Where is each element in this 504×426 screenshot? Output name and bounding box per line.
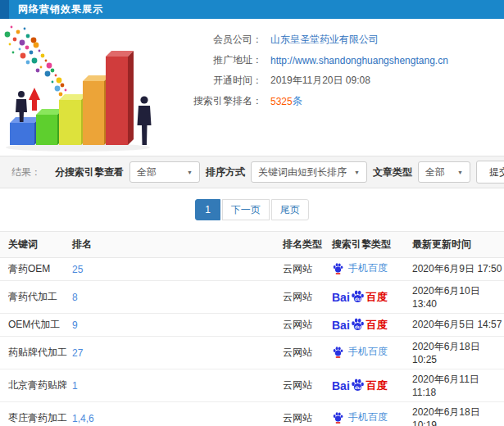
svg-text:du: du [355,296,361,301]
promo-chart-image [0,19,164,154]
promo-url-link[interactable]: http://www.shandonghuangshengtang.cn [270,55,448,66]
baidu-paw-icon: du [350,317,366,333]
chevron-down-icon: ▼ [354,170,360,175]
baidu-logo-cn: 百度 [366,378,388,393]
titlebar: 网络营销效果展示 [0,0,504,19]
engine-cell: 手机百度 [332,258,412,281]
rank-cell[interactable]: 1,4,6 [72,402,283,426]
rank-type-cell: 云网站 [283,402,332,426]
next-page-button[interactable]: 下一页 [222,199,270,220]
company-label: 会员公司： [164,33,262,47]
header-section: 会员公司： 山东皇圣堂药业有限公司 推广地址： http://www.shand… [0,19,504,154]
rank-cell[interactable]: 9 [72,314,283,337]
titlebar-accent-stripe [0,0,9,19]
baidu-logo-bai: Bai [332,319,350,332]
updated-cell: 2020年6月18日 10:25 [412,337,504,369]
sort-filter-value: 关键词由短到长排序 [258,165,347,179]
engine-filter-label: 分搜索引擎查看 [55,165,124,179]
info-row-opened: 开通时间： 2019年11月20日 09:08 [164,70,504,91]
page-1-button[interactable]: 1 [195,199,220,220]
keyword-cell: 北京膏药贴牌 [0,369,72,402]
article-type-label: 文章类型 [373,165,412,179]
engine-cell: 手机百度 [332,337,412,369]
col-header-rank: 排名 [72,232,283,258]
page-title: 网络营销效果展示 [18,2,103,16]
col-header-updated: 最新更新时间 [412,232,504,258]
engine-filter-value: 全部 [137,165,157,179]
engine-cell: Bai du 百度 [332,281,412,314]
rank-type-cell: 云网站 [283,337,332,369]
baidu-paw-icon: du [350,378,366,393]
baidu-paw-icon [332,346,344,358]
submit-button[interactable]: 提交 [476,161,504,184]
baidu-logo: Bai du 百度 [332,378,388,393]
svg-text:du: du [355,384,361,390]
engine-cell: Bai du 百度 [332,314,412,337]
keyword-cell: OEM代加工 [0,314,72,337]
table-row: 膏药OEM25云网站 手机百度2020年6月9日 17:50 [0,258,504,281]
baidu-logo-cn: 百度 [366,290,388,305]
keyword-cell: 膏药OEM [0,258,72,281]
mobile-baidu-logo: 手机百度 [332,345,388,359]
baidu-logo: Bai du 百度 [332,289,388,305]
filter-bar: 结果： 分搜索引擎查看 全部 ▼ 排序方式 关键词由短到长排序 ▼ 文章类型 全… [0,156,504,188]
engine-filter-select[interactable]: 全部 ▼ [129,161,200,183]
rank-type-cell: 云网站 [283,369,332,402]
updated-cell: 2020年6月5日 14:57 [412,314,504,337]
baidu-logo-bai: Bai [332,379,350,392]
result-label: 结果： [11,165,41,179]
table-header-row: 关键词 排名 排名类型 搜索引擎类型 最新更新时间 [0,232,504,258]
baidu-paw-icon [332,411,344,424]
chevron-down-icon: ▼ [187,170,193,175]
engine-rank-label: 搜索引擎排名： [164,94,262,108]
article-type-value: 全部 [425,165,445,179]
keyword-cell: 药贴牌代加工 [0,337,72,369]
info-row-company: 会员公司： 山东皇圣堂药业有限公司 [164,29,504,50]
svg-text:du: du [355,324,361,329]
baidu-logo-cn: 百度 [366,318,388,333]
updated-cell: 2020年6月10日 13:40 [412,281,504,314]
sort-filter-select[interactable]: 关键词由短到长排序 ▼ [251,161,367,183]
col-header-engine: 搜索引擎类型 [332,232,412,258]
filter-controls: 分搜索引擎查看 全部 ▼ 排序方式 关键词由短到长排序 ▼ 文章类型 全部 ▼ … [55,161,504,184]
baidu-paw-icon [332,262,344,274]
info-row-url: 推广地址： http://www.shandonghuangshengtang.… [164,50,504,70]
updated-cell: 2020年6月9日 17:50 [412,258,504,281]
updated-cell: 2020年6月18日 10:19 [412,402,504,426]
rank-cell[interactable]: 25 [72,258,283,281]
opened-time-value: 2019年11月20日 09:08 [270,74,370,88]
mobile-baidu-logo: 手机百度 [332,261,388,275]
promo-url-label: 推广地址： [164,53,262,67]
results-table: 关键词 排名 排名类型 搜索引擎类型 最新更新时间 膏药OEM25云网站 手机百… [0,231,504,426]
opened-time-label: 开通时间： [164,74,262,88]
rank-type-cell: 云网站 [283,281,332,314]
rank-cell[interactable]: 1 [72,369,283,402]
rank-cell[interactable]: 27 [72,337,283,369]
table-row: OEM代加工9云网站 Bai du 百度2020年6月5日 14:57 [0,314,504,337]
keyword-cell: 枣庄膏药加工 [0,402,72,426]
mobile-baidu-logo: 手机百度 [332,410,388,424]
rank-count-value: 5325 [270,96,293,107]
sort-filter-label: 排序方式 [206,165,245,179]
last-page-button[interactable]: 尾页 [271,199,309,220]
mobile-baidu-label: 手机百度 [348,410,388,424]
rank-count-suffix: 条 [293,94,302,108]
chevron-down-icon: ▼ [457,170,463,175]
table-row: 枣庄膏药加工1,4,6云网站 手机百度2020年6月18日 10:19 [0,402,504,426]
rank-cell[interactable]: 8 [72,281,283,314]
company-info-panel: 会员公司： 山东皇圣堂药业有限公司 推广地址： http://www.shand… [164,19,504,154]
info-row-rank-count: 搜索引擎排名： 5325 条 [164,91,504,111]
table-row: 药贴牌代加工27云网站 手机百度2020年6月18日 10:25 [0,337,504,369]
keyword-cell: 膏药代加工 [0,281,72,314]
table-row: 北京膏药贴牌1云网站 Bai du 百度2020年6月11日 11:18 [0,369,504,402]
company-link[interactable]: 山东皇圣堂药业有限公司 [270,33,379,47]
updated-cell: 2020年6月11日 11:18 [412,369,504,402]
baidu-logo: Bai du 百度 [332,317,388,333]
mobile-baidu-label: 手机百度 [348,261,388,275]
bar-chart-illustration [0,22,164,155]
engine-cell: Bai du 百度 [332,369,412,402]
col-header-rank-type: 排名类型 [283,232,332,258]
baidu-paw-icon: du [350,289,366,305]
pagination: 1 下一页 尾页 [0,199,504,220]
article-type-select[interactable]: 全部 ▼ [418,161,470,183]
